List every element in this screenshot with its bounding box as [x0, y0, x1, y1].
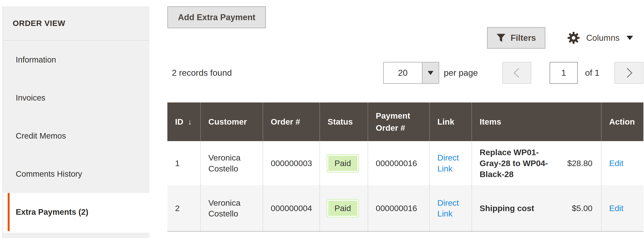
- sidebar-item-partial: [3, 232, 149, 238]
- order-view-sidebar: ORDER VIEW Information Invoices Credit M…: [2, 6, 149, 238]
- per-page-arrow: [422, 63, 438, 83]
- item-price: $28.80: [567, 158, 592, 169]
- column-header-link[interactable]: Link: [430, 102, 472, 141]
- sidebar-item-invoices[interactable]: Invoices: [3, 79, 149, 117]
- per-page-label: per page: [444, 62, 478, 84]
- cell-payment-order-number: 000000016: [368, 141, 430, 185]
- direct-link[interactable]: Direct Link: [438, 198, 459, 218]
- per-page-select[interactable]: 20: [383, 62, 439, 84]
- column-header-status[interactable]: Status: [320, 102, 368, 141]
- chevron-left-icon: [514, 68, 523, 78]
- order-view-page: ORDER VIEW Information Invoices Credit M…: [0, 0, 644, 238]
- item-name: Shipping cost: [480, 203, 534, 214]
- sidebar-title: ORDER VIEW: [3, 6, 149, 41]
- cell-status: Paid: [320, 141, 368, 185]
- extra-payments-grid: ID↓ Customer Order # Status Payment Orde…: [168, 102, 644, 232]
- sidebar-item-comments-history[interactable]: Comments History: [3, 155, 149, 193]
- filter-funnel-icon: [496, 33, 506, 43]
- cell-customer: Veronica Costello: [200, 141, 263, 185]
- status-badge: Paid: [326, 199, 359, 218]
- column-header-order[interactable]: Order #: [263, 102, 320, 141]
- cell-id: 1: [168, 141, 200, 185]
- total-pages-label: of 1: [585, 62, 600, 84]
- cell-link: Direct Link: [430, 141, 472, 185]
- filters-button[interactable]: Filters: [487, 27, 545, 49]
- columns-label: Columns: [586, 33, 620, 43]
- sidebar-item-information[interactable]: Information: [3, 41, 149, 79]
- table-row: 1 Veronica Costello 000000003 Paid 00000…: [168, 141, 644, 185]
- gear-icon: [567, 31, 580, 45]
- cell-items: Replace WP01-Gray-28 to WP04-Black-28 $2…: [472, 141, 601, 185]
- cell-payment-order-number: 000000016: [368, 185, 430, 231]
- column-header-label: ID: [175, 117, 183, 126]
- item-price: $5.00: [572, 203, 592, 214]
- sidebar-item-label: Credit Memos: [16, 131, 66, 141]
- table-row: 2 Veronica Costello 000000004 Paid 00000…: [168, 185, 644, 231]
- columns-dropdown[interactable]: Columns: [567, 27, 633, 49]
- sidebar-item-credit-memos[interactable]: Credit Memos: [3, 117, 149, 155]
- current-page-input[interactable]: [550, 62, 578, 84]
- select-arrow-icon: [428, 71, 434, 75]
- direct-link[interactable]: Direct Link: [438, 153, 459, 173]
- item-name: Replace WP01-Gray-28 to WP04-Black-28: [480, 147, 556, 179]
- cell-link: Direct Link: [430, 185, 472, 231]
- column-header-items[interactable]: Items: [472, 102, 601, 141]
- status-badge: Paid: [326, 154, 359, 173]
- cell-order-number: 000000003: [263, 141, 320, 185]
- previous-page-button[interactable]: [502, 62, 531, 84]
- sidebar-item-label: Extra Payments (2): [16, 207, 88, 217]
- column-header-id[interactable]: ID↓: [168, 102, 200, 141]
- sidebar-item-label: Invoices: [16, 93, 45, 102]
- cell-items: Shipping cost $5.00: [472, 185, 601, 231]
- cell-order-number: 000000004: [263, 185, 320, 231]
- sidebar-item-label: Information: [16, 55, 56, 64]
- grid-header-row: ID↓ Customer Order # Status Payment Orde…: [168, 102, 644, 141]
- add-extra-payment-button[interactable]: Add Extra Payment: [168, 6, 266, 28]
- cell-action: Edit: [601, 141, 644, 185]
- records-found-text: 2 records found: [172, 62, 232, 84]
- cell-action: Edit: [601, 185, 644, 231]
- column-header-payment-order[interactable]: Payment Order #: [368, 102, 430, 141]
- sidebar-item-label: Comments History: [16, 169, 82, 179]
- edit-link[interactable]: Edit: [609, 203, 624, 213]
- per-page-value: 20: [384, 63, 422, 83]
- add-extra-payment-label: Add Extra Payment: [178, 13, 255, 22]
- chevron-down-icon: [626, 36, 633, 40]
- cell-status: Paid: [320, 185, 368, 231]
- filters-label: Filters: [510, 33, 536, 43]
- chevron-right-icon: [622, 68, 632, 78]
- next-page-button[interactable]: [614, 62, 644, 84]
- cell-customer: Veronica Costello: [200, 185, 263, 231]
- column-header-customer[interactable]: Customer: [200, 102, 263, 141]
- cell-id: 2: [168, 185, 200, 231]
- edit-link[interactable]: Edit: [609, 159, 624, 168]
- sort-descending-icon: ↓: [188, 118, 192, 126]
- sidebar-item-extra-payments[interactable]: Extra Payments (2): [3, 193, 149, 231]
- column-header-action[interactable]: Action: [601, 102, 644, 141]
